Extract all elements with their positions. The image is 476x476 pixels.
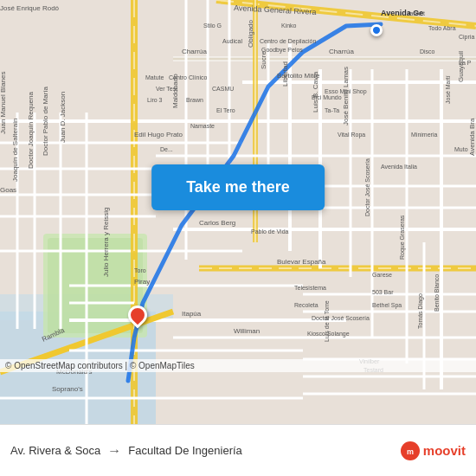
svg-text:Disco: Disco (420, 48, 435, 55)
svg-text:José Enrique Rodó: José Enrique Rodó (0, 4, 60, 12)
destination-label: Facultad De Ingeniería (128, 444, 242, 457)
svg-text:Carlos Berg: Carlos Berg (199, 219, 235, 227)
svg-text:Jannet: Jannet (407, 10, 425, 16)
take-me-there-button[interactable]: Take me there (151, 164, 325, 210)
moovit-logo-text: moovit (423, 443, 466, 458)
svg-text:Bulevar España: Bulevar España (277, 258, 326, 266)
svg-text:Avenida Italia: Avenida Italia (381, 164, 417, 170)
svg-text:Liro 3: Liro 3 (147, 97, 163, 103)
map-container[interactable]: Avenida General Rivera Avenida Ge Charrú… (0, 0, 476, 424)
svg-text:Edil Hugo Prato: Edil Hugo Prato (134, 131, 183, 138)
svg-text:Soprano's: Soprano's (52, 385, 83, 393)
route-arrow-icon: → (107, 443, 121, 459)
svg-text:Charrúa: Charrúa (329, 48, 354, 55)
svg-text:Roque Graseras: Roque Graseras (399, 215, 406, 260)
svg-text:Garese: Garese (372, 272, 392, 278)
svg-text:Joaquín de Salterain: Joaquín de Salterain (11, 119, 19, 182)
svg-text:Esso Mini Shop: Esso Mini Shop (325, 88, 367, 95)
bottom-bar: Av. Rivera & Soca → Facultad De Ingenier… (0, 424, 476, 476)
svg-text:Piray: Piray (134, 278, 150, 286)
svg-text:Goodbye Pelos: Goodbye Pelos (261, 47, 303, 54)
svg-text:Cipria: Cipria (459, 34, 474, 41)
svg-text:m: m (407, 447, 414, 456)
map-attribution: © OpenStreetMap contributors | © OpenMap… (0, 359, 476, 372)
svg-text:Guayaquil: Guayaquil (457, 51, 465, 82)
svg-text:Matute: Matute (145, 74, 164, 80)
svg-text:Ver Test: Ver Test (156, 86, 177, 92)
svg-text:CASMU: CASMU (212, 86, 234, 92)
svg-text:Toro: Toro (134, 267, 146, 273)
svg-text:Benito Blanco: Benito Blanco (434, 274, 440, 312)
svg-text:Vital Ropa: Vital Ropa (338, 132, 365, 138)
svg-text:Audical: Audical (222, 38, 242, 44)
svg-text:Julio Herrera y Reissig: Julio Herrera y Reissig (102, 208, 110, 277)
svg-text:Bici Mundo: Bici Mundo (312, 94, 342, 100)
svg-text:La P: La P (459, 60, 472, 66)
svg-text:Doctor Joaquín Requena: Doctor Joaquín Requena (27, 92, 35, 170)
svg-text:Williman: Williman (234, 327, 260, 335)
svg-text:De...: De... (160, 146, 173, 152)
svg-text:Centro de Depilación: Centro de Depilación (260, 38, 316, 45)
svg-text:Pablo de Vida: Pablo de Vida (251, 228, 289, 235)
moovit-icon: m (401, 441, 420, 460)
svg-text:Juan D. Jackson: Juan D. Jackson (59, 92, 67, 143)
route-info: Av. Rivera & Soca → Facultad De Ingenier… (10, 443, 401, 459)
moovit-branding: m moovit (401, 441, 466, 460)
svg-text:Goas: Goas (0, 186, 16, 194)
svg-text:Avenida Bra: Avenida Bra (468, 118, 476, 156)
svg-text:Luis B. Cavia: Luis B. Cavia (312, 71, 319, 113)
svg-text:Brawn: Brawn (186, 97, 203, 103)
svg-text:Luis de la Torre: Luis de la Torre (324, 300, 330, 342)
origin-label: Av. Rivera & Soca (10, 444, 100, 457)
svg-text:Juan Manuel Blanes: Juan Manuel Blanes (0, 72, 7, 135)
svg-text:Charrúa: Charrúa (182, 48, 207, 55)
svg-text:Centro Clínico: Centro Clínico (169, 74, 207, 80)
svg-text:Libertad: Libertad (281, 61, 289, 87)
svg-text:José Benito Lamas: José Benito Lamas (342, 67, 350, 125)
svg-text:Todo Abra: Todo Abra (428, 25, 456, 31)
svg-text:Kinko: Kinko (281, 23, 297, 29)
svg-text:El Tero: El Tero (216, 107, 235, 113)
svg-text:503 Bar: 503 Bar (372, 289, 394, 295)
destination-pin-marker (124, 301, 151, 328)
svg-text:Stilo G: Stilo G (203, 23, 222, 29)
svg-text:Ta-Ta: Ta-Ta (325, 107, 339, 113)
svg-text:Tomás Diago: Tomás Diago (417, 293, 424, 329)
origin-pin (370, 24, 383, 36)
svg-text:Doctor José Scosería: Doctor José Scosería (312, 315, 370, 321)
svg-text:Doctor José Scosería: Doctor José Scosería (364, 158, 370, 216)
svg-text:Muto: Muto (454, 146, 468, 152)
svg-text:Obligado: Obligado (247, 19, 254, 48)
svg-text:Minimeria: Minimeria (411, 132, 437, 138)
svg-text:Itapúa: Itapúa (182, 310, 202, 318)
svg-text:Bethel Spa: Bethel Spa (372, 302, 402, 309)
destination-pin (128, 306, 147, 325)
svg-text:Sucre: Sucre (260, 51, 267, 69)
svg-text:José Martí: José Martí (445, 75, 451, 104)
svg-text:Namaste: Namaste (190, 123, 215, 129)
svg-text:Recoleta: Recoleta (294, 302, 318, 308)
svg-text:Doctor Pablo de María: Doctor Pablo de María (42, 86, 49, 156)
svg-text:Telesistema: Telesistema (294, 285, 326, 291)
